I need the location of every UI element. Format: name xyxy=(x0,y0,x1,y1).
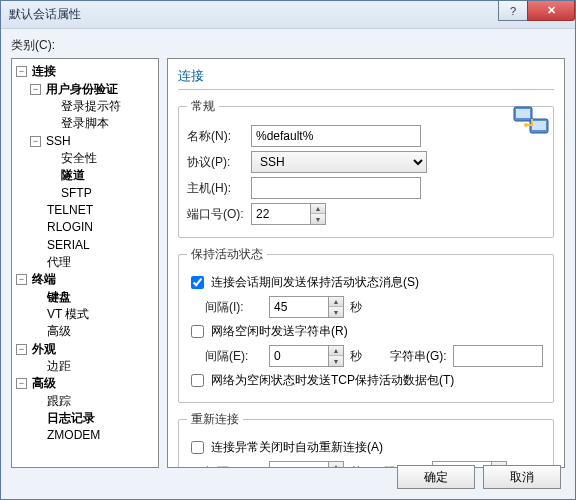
tree-item-proxy[interactable]: 代理 xyxy=(45,255,73,269)
host-label: 主机(H): xyxy=(187,180,245,197)
cancel-button[interactable]: 取消 xyxy=(483,465,561,489)
general-legend: 常规 xyxy=(187,98,219,115)
tree-item-login-prompt[interactable]: 登录提示符 xyxy=(59,99,123,113)
tree-toggle-icon[interactable]: − xyxy=(16,66,27,77)
keepalive-enable-checkbox[interactable] xyxy=(191,276,204,289)
dialog-window: 默认会话属性 ? ✕ 类别(C): −连接 −用户身份验证 登录提示符 xyxy=(0,0,576,500)
spin-down-icon[interactable]: ▼ xyxy=(311,214,325,224)
tree-item-appearance[interactable]: 外观 xyxy=(30,342,58,356)
connection-icon xyxy=(512,101,552,141)
spin-up-icon[interactable]: ▲ xyxy=(329,297,343,307)
tree-item-serial[interactable]: SERIAL xyxy=(45,238,92,252)
dialog-body: 类别(C): −连接 −用户身份验证 登录提示符 登录脚本 xyxy=(1,29,575,499)
auto-reconnect-checkbox[interactable] xyxy=(191,441,204,454)
spin-up-icon[interactable]: ▲ xyxy=(329,462,343,468)
dialog-buttons: 确定 取消 xyxy=(397,465,561,489)
titlebar: 默认会话属性 ? ✕ xyxy=(1,1,575,29)
ok-button[interactable]: 确定 xyxy=(397,465,475,489)
tree-item-advanced[interactable]: 高级 xyxy=(30,376,58,390)
svg-rect-3 xyxy=(532,121,546,130)
tree-item-telnet[interactable]: TELNET xyxy=(45,203,95,217)
seconds-unit: 秒 xyxy=(350,299,362,316)
reconnect-legend: 重新连接 xyxy=(187,411,243,428)
tree-toggle-icon[interactable]: − xyxy=(16,344,27,355)
idle-send-checkbox[interactable] xyxy=(191,325,204,338)
interval-input[interactable] xyxy=(269,296,329,318)
tree-item-advanced-term[interactable]: 高级 xyxy=(45,324,73,338)
reconnect-group: 重新连接 连接异常关闭时自动重新连接(A) 间隔(V): ▲▼ 秒 限制(L xyxy=(178,411,554,468)
tree-item-tunnel[interactable]: 隧道 xyxy=(59,168,87,182)
tree-item-rlogin[interactable]: RLOGIN xyxy=(45,220,95,234)
category-label: 类别(C): xyxy=(11,37,565,54)
tree-item-trace[interactable]: 跟踪 xyxy=(45,394,73,408)
seconds-unit: 秒 xyxy=(350,464,362,469)
category-tree[interactable]: −连接 −用户身份验证 登录提示符 登录脚本 −SSH xyxy=(11,58,159,468)
interval2-label: 间隔(E): xyxy=(205,348,263,365)
window-title: 默认会话属性 xyxy=(9,6,81,23)
port-input[interactable] xyxy=(251,203,311,225)
interval2-input[interactable] xyxy=(269,345,329,367)
tree-item-auth[interactable]: 用户身份验证 xyxy=(44,82,120,96)
idle-send-row[interactable]: 网络空闲时发送字符串(R) xyxy=(187,322,545,341)
window-controls: ? ✕ xyxy=(499,1,575,21)
keepalive-legend: 保持活动状态 xyxy=(187,246,267,263)
pane-heading: 连接 xyxy=(178,67,554,90)
tree-toggle-icon[interactable]: − xyxy=(30,84,41,95)
string-input[interactable] xyxy=(453,345,543,367)
tree-item-ssh[interactable]: SSH xyxy=(44,134,73,148)
tree-toggle-icon[interactable]: − xyxy=(16,274,27,285)
tree-toggle-icon[interactable]: − xyxy=(16,378,27,389)
host-input[interactable] xyxy=(251,177,421,199)
idle-send-label: 网络空闲时发送字符串(R) xyxy=(211,323,348,340)
spin-down-icon[interactable]: ▼ xyxy=(329,307,343,317)
svg-point-4 xyxy=(524,123,528,127)
string-label: 字符串(G): xyxy=(390,348,447,365)
protocol-label: 协议(P): xyxy=(187,154,245,171)
panes: −连接 −用户身份验证 登录提示符 登录脚本 −SSH xyxy=(11,58,565,468)
tree-item-keyboard[interactable]: 键盘 xyxy=(45,290,73,304)
spin-down-icon[interactable]: ▼ xyxy=(329,356,343,366)
tcp-keepalive-row[interactable]: 网络为空闲状态时发送TCP保持活动数据包(T) xyxy=(187,371,545,390)
tree-item-vtmode[interactable]: VT 模式 xyxy=(45,307,91,321)
tree-item-login-script[interactable]: 登录脚本 xyxy=(59,116,111,130)
name-label: 名称(N): xyxy=(187,128,245,145)
tcp-keepalive-label: 网络为空闲状态时发送TCP保持活动数据包(T) xyxy=(211,372,454,389)
tree-item-security[interactable]: 安全性 xyxy=(59,151,99,165)
svg-rect-2 xyxy=(516,109,530,118)
keepalive-enable-label: 连接会话期间发送保持活动状态消息(S) xyxy=(211,274,419,291)
auto-reconnect-label: 连接异常关闭时自动重新连接(A) xyxy=(211,439,383,456)
tree-item-sftp[interactable]: SFTP xyxy=(59,186,94,200)
tree-item-zmodem[interactable]: ZMODEM xyxy=(45,428,102,442)
seconds-unit: 秒 xyxy=(350,348,362,365)
tree-item-margin[interactable]: 边距 xyxy=(45,359,73,373)
name-input[interactable] xyxy=(251,125,421,147)
general-group: 常规 名称(N): 协议(P): SSH 主机(H): 端口号(O): xyxy=(178,98,554,238)
tree-toggle-icon[interactable]: − xyxy=(30,136,41,147)
port-label: 端口号(O): xyxy=(187,206,245,223)
help-button[interactable]: ? xyxy=(498,1,528,21)
keepalive-checkbox-row[interactable]: 连接会话期间发送保持活动状态消息(S) xyxy=(187,273,545,292)
spin-up-icon[interactable]: ▲ xyxy=(329,346,343,356)
tree-item-log[interactable]: 日志记录 xyxy=(45,411,97,425)
interval-label: 间隔(I): xyxy=(205,299,263,316)
auto-reconnect-row[interactable]: 连接异常关闭时自动重新连接(A) xyxy=(187,438,545,457)
tree-item-connection[interactable]: 连接 xyxy=(30,64,58,78)
spin-up-icon[interactable]: ▲ xyxy=(311,204,325,214)
tree-item-terminal[interactable]: 终端 xyxy=(30,272,58,286)
keepalive-group: 保持活动状态 连接会话期间发送保持活动状态消息(S) 间隔(I): ▲▼ 秒 xyxy=(178,246,554,403)
settings-pane: 连接 常规 名称(N): 协议(P): SSH 主机(H): xyxy=(167,58,565,468)
reconnect-interval-input[interactable] xyxy=(269,461,329,468)
close-button[interactable]: ✕ xyxy=(527,1,575,21)
reconnect-interval-label: 间隔(V): xyxy=(205,464,263,469)
protocol-select[interactable]: SSH xyxy=(251,151,427,173)
tcp-keepalive-checkbox[interactable] xyxy=(191,374,204,387)
